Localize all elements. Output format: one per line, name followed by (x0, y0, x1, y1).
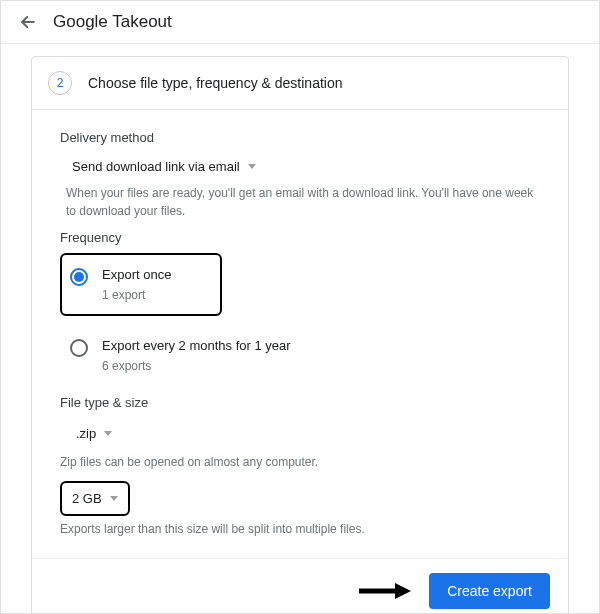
filetype-label: File type & size (60, 395, 540, 410)
back-icon[interactable] (17, 11, 39, 33)
step-number-badge: 2 (48, 71, 72, 95)
arrow-right-annotation-icon (357, 581, 411, 601)
app-title: Google Takeout (53, 12, 172, 32)
filetype-dropdown[interactable]: .zip (66, 418, 122, 449)
chevron-down-icon (248, 164, 256, 169)
frequency-label: Frequency (60, 230, 540, 245)
delivery-method-dropdown[interactable]: Send download link via email (66, 153, 262, 180)
delivery-label: Delivery method (60, 130, 540, 145)
radio-icon-unselected (70, 339, 88, 357)
chevron-down-icon (104, 431, 112, 436)
frequency-option-once[interactable]: Export once 1 export (60, 253, 222, 316)
frequency-option-bimonthly[interactable]: Export every 2 months for 1 year 6 expor… (60, 324, 540, 387)
filesize-dropdown[interactable]: 2 GB (60, 481, 130, 516)
frequency-once-title: Export once (102, 267, 171, 282)
delivery-selected: Send download link via email (72, 159, 240, 174)
delivery-helper: When your files are ready, you'll get an… (66, 184, 540, 220)
frequency-bimonthly-sub: 6 exports (102, 359, 291, 373)
create-export-button[interactable]: Create export (429, 573, 550, 609)
radio-icon-selected (70, 268, 88, 286)
filesize-selected: 2 GB (72, 491, 102, 506)
step-header: 2 Choose file type, frequency & destinat… (32, 57, 568, 110)
filesize-helper: Exports larger than this size will be sp… (60, 520, 540, 538)
svg-marker-1 (395, 583, 411, 599)
filetype-selected: .zip (76, 426, 96, 441)
chevron-down-icon (110, 496, 118, 501)
step-title: Choose file type, frequency & destinatio… (88, 75, 343, 91)
filetype-helper: Zip files can be opened on almost any co… (60, 453, 540, 471)
frequency-bimonthly-title: Export every 2 months for 1 year (102, 338, 291, 353)
frequency-once-sub: 1 export (102, 288, 171, 302)
step-card: 2 Choose file type, frequency & destinat… (31, 56, 569, 614)
